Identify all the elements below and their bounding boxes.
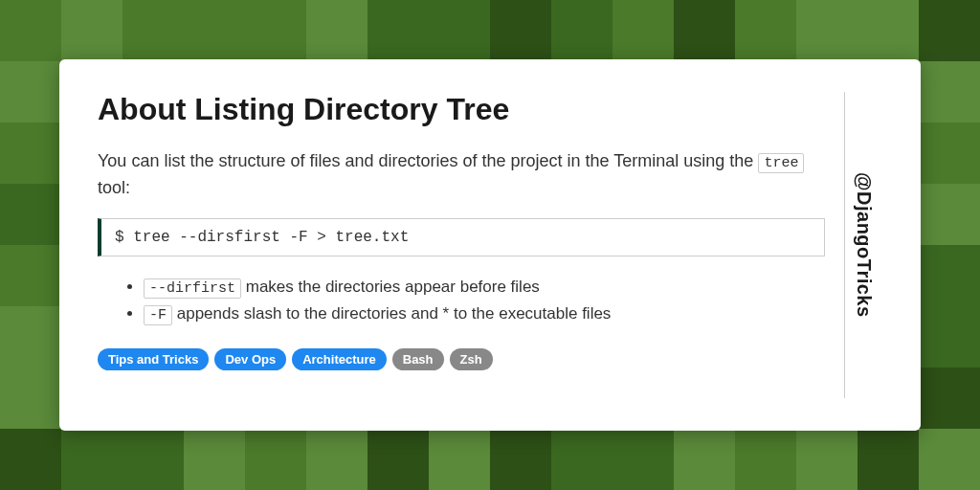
tag-row: Tips and Tricks Dev Ops Architecture Bas…	[98, 348, 825, 370]
tag-zsh[interactable]: Zsh	[450, 348, 493, 370]
list-item: --dirfirst makes the directories appear …	[144, 274, 825, 301]
tag-dev-ops[interactable]: Dev Ops	[214, 348, 286, 370]
tag-architecture[interactable]: Architecture	[292, 348, 387, 370]
side-handle-area: @DjangoTricks	[844, 92, 882, 398]
intro-paragraph: You can list the structure of files and …	[98, 148, 825, 201]
intro-text-before: You can list the structure of files and …	[98, 151, 758, 170]
tag-tips-and-tricks[interactable]: Tips and Tricks	[98, 348, 209, 370]
list-item-text: appends slash to the directories and * t…	[172, 304, 611, 323]
main-content: About Listing Directory Tree You can lis…	[98, 92, 844, 398]
tag-bash[interactable]: Bash	[392, 348, 444, 370]
list-item: -F appends slash to the directories and …	[144, 301, 825, 327]
options-list: --dirfirst makes the directories appear …	[98, 274, 825, 327]
content-card: About Listing Directory Tree You can lis…	[59, 59, 921, 431]
inline-code-tree: tree	[758, 153, 804, 173]
author-handle[interactable]: @DjangoTricks	[853, 172, 875, 318]
command-block: $ tree --dirsfirst -F > tree.txt	[98, 218, 825, 256]
inline-code-dirfirst: --dirfirst	[144, 278, 241, 299]
page-title: About Listing Directory Tree	[98, 92, 825, 127]
intro-text-after: tool:	[98, 178, 130, 197]
inline-code-f: -F	[144, 305, 172, 325]
list-item-text: makes the directories appear before file…	[241, 278, 540, 296]
